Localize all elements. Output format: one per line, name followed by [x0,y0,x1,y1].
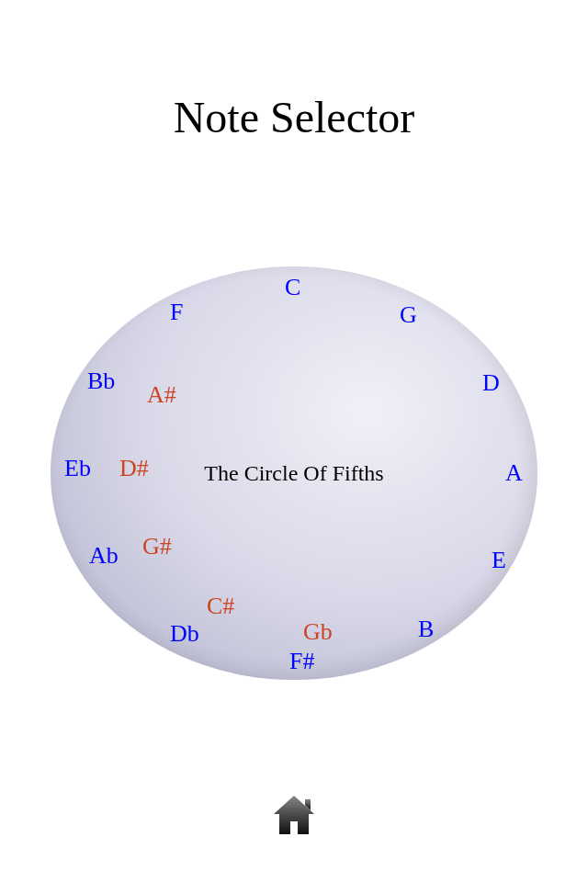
note-c[interactable]: C [285,274,300,301]
note-csharp[interactable]: C# [207,593,234,620]
note-eb[interactable]: Eb [64,455,91,482]
page-title: Note Selector [0,92,588,142]
circle-background: The Circle Of Fifths C G D A E B F# Db A… [51,266,537,680]
circle-of-fifths: The Circle Of Fifths C G D A E B F# Db A… [51,266,537,680]
home-icon [268,790,320,842]
note-asharp[interactable]: A# [147,381,176,409]
note-ab[interactable]: Ab [89,542,119,570]
note-b[interactable]: B [418,616,434,643]
note-fsharp[interactable]: F# [289,648,314,675]
note-gb[interactable]: Gb [303,618,333,646]
circle-center-label: The Circle Of Fifths [204,461,383,486]
note-g[interactable]: G [400,301,417,329]
note-d[interactable]: D [482,369,500,397]
note-f[interactable]: F [170,299,183,326]
note-dsharp[interactable]: D# [119,455,149,482]
note-e[interactable]: E [492,547,506,574]
note-bb[interactable]: Bb [87,368,115,395]
note-a[interactable]: A [505,459,523,487]
home-button[interactable] [268,790,320,845]
note-db[interactable]: Db [170,620,199,648]
note-gsharp[interactable]: G# [142,533,172,560]
